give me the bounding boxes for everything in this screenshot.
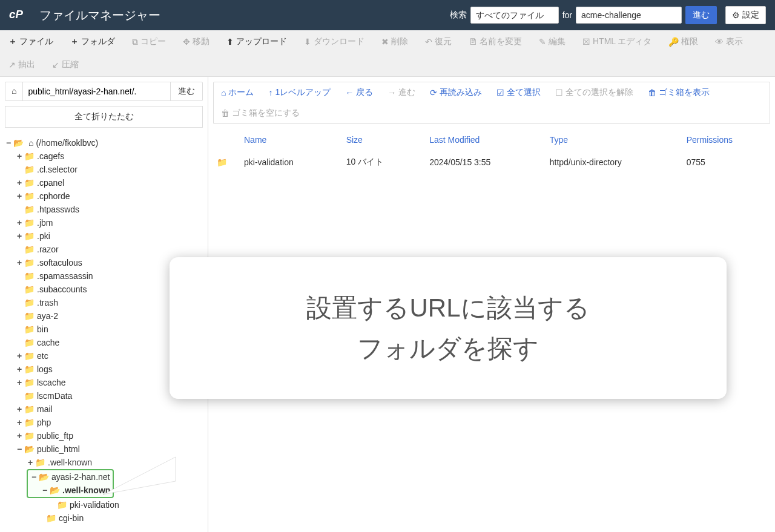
- search-go-button[interactable]: 進む: [685, 6, 717, 24]
- tree-expand-icon[interactable]: +: [16, 416, 23, 429]
- back-arrow-icon: ←: [345, 88, 354, 97]
- tree-folder[interactable]: 📁lscmData: [16, 389, 203, 402]
- tree-folder-well-known-selected[interactable]: −📂.well-known: [41, 484, 110, 497]
- action-forward[interactable]: →進む: [380, 82, 423, 103]
- rename-button[interactable]: 🖹名前を変更: [460, 30, 530, 53]
- action-back[interactable]: ←戻る: [338, 82, 380, 103]
- tree-folder[interactable]: 📁cgi-bin: [38, 511, 203, 525]
- tree-folder[interactable]: +📁.pki: [16, 229, 203, 243]
- col-type[interactable]: Type: [541, 129, 678, 151]
- tree-folder[interactable]: +📁.softaculous: [16, 256, 203, 269]
- tree-folder[interactable]: 📁.spamassassin: [16, 269, 203, 283]
- toolbar-item-label: ダウンロード: [314, 36, 364, 47]
- action-home[interactable]: ⌂ホーム: [214, 82, 261, 103]
- pencil-icon: ✎: [539, 37, 546, 47]
- tree-expand-icon[interactable]: +: [16, 349, 23, 363]
- tree-collapse-icon[interactable]: −: [16, 442, 23, 456]
- tree-folder[interactable]: +📁mail: [16, 402, 203, 416]
- tree-folder-label: .pki: [37, 231, 50, 241]
- extract-button[interactable]: ↗抽出: [0, 53, 44, 76]
- col-permissions[interactable]: Permissions: [678, 129, 775, 151]
- settings-button[interactable]: ⚙ 設定: [725, 6, 766, 24]
- table-row[interactable]: 📁pki-validation10 バイト2024/05/15 3:55http…: [208, 151, 775, 174]
- tree-folder[interactable]: +📁.jbm: [16, 216, 203, 229]
- edit-button[interactable]: ✎編集: [530, 30, 574, 53]
- upload-icon: ⬆: [226, 37, 234, 47]
- tree-folder-public-html[interactable]: −📂public_html: [16, 442, 203, 456]
- tree-folder[interactable]: +📁.cpanel: [16, 176, 203, 189]
- col-name[interactable]: Name: [236, 129, 338, 151]
- tree-expand-icon[interactable]: +: [27, 456, 34, 469]
- settings-label: 設定: [742, 10, 759, 21]
- action-reload[interactable]: ⟳再読み込み: [423, 82, 489, 103]
- tree-folder[interactable]: +📁.well-known: [27, 456, 203, 469]
- tree-folder[interactable]: +📁lscache: [16, 376, 203, 389]
- compress-button[interactable]: ↙圧縮: [44, 53, 87, 76]
- path-input[interactable]: [23, 82, 170, 100]
- toolbar-item-label: 権限: [681, 36, 698, 47]
- tree-folder[interactable]: 📁aya-2: [16, 309, 203, 323]
- tree-folder[interactable]: 📁.cl.selector: [16, 163, 203, 176]
- download-button[interactable]: ⬇ダウンロード: [295, 30, 373, 53]
- tree-folder[interactable]: 📁.razor: [16, 243, 203, 256]
- permissions-button[interactable]: 🔑権限: [660, 30, 707, 53]
- tree-folder[interactable]: 📁cache: [16, 336, 203, 349]
- upload-button[interactable]: ⬆アップロード: [218, 30, 295, 53]
- tree-folder[interactable]: +📁logs: [16, 363, 203, 376]
- tree-expand-icon[interactable]: +: [16, 376, 23, 389]
- tree-folder[interactable]: +📁.cagefs: [16, 149, 203, 163]
- tree-expand-icon[interactable]: +: [16, 429, 23, 442]
- action-up-level[interactable]: ↑1レベルアップ: [261, 82, 338, 103]
- action-label: 全ての選択を解除: [566, 87, 633, 98]
- action-select-all[interactable]: ☑全て選択: [489, 82, 548, 103]
- tree-folder-ayasi[interactable]: −📂ayasi-2-han.net: [30, 470, 110, 484]
- col-last-modified[interactable]: Last Modified: [421, 129, 541, 151]
- html-editor-button[interactable]: ☒HTML エディタ: [574, 30, 660, 53]
- tree-folder[interactable]: 📁.subaccounts: [16, 283, 203, 296]
- tree-expand-icon[interactable]: +: [16, 149, 23, 163]
- new-file-button[interactable]: ＋ファイル: [0, 30, 62, 53]
- view-button[interactable]: 👁表示: [707, 30, 751, 53]
- tree-collapse-icon[interactable]: −: [30, 470, 38, 484]
- action-unselect-all[interactable]: ☐全ての選択を解除: [548, 82, 641, 103]
- search-input[interactable]: [576, 7, 682, 24]
- action-label: 戻る: [356, 87, 373, 98]
- path-go-button[interactable]: 進む: [170, 82, 202, 100]
- action-view-trash[interactable]: 🗑ゴミ箱を表示: [641, 82, 717, 103]
- tree-folder[interactable]: +📁php: [16, 416, 203, 429]
- restore-button[interactable]: ↶復元: [417, 30, 460, 53]
- delete-button[interactable]: ✖削除: [373, 30, 417, 53]
- tree-folder[interactable]: +📁public_ftp: [16, 429, 203, 442]
- tree-expand-icon[interactable]: +: [16, 363, 23, 376]
- folder-icon: 📁: [24, 284, 35, 294]
- tree-folder[interactable]: +📁.cphorde: [16, 189, 203, 203]
- folder-icon: 📁: [46, 513, 56, 523]
- tree-root[interactable]: −📂⌂(/home/fkoklbvc): [5, 136, 203, 149]
- new-folder-button[interactable]: ＋フォルダ: [62, 30, 124, 53]
- action-empty-trash[interactable]: 🗑ゴミ箱を空にする: [214, 103, 307, 123]
- tree-folder[interactable]: 📁pki-validation: [48, 498, 203, 511]
- reload-icon: ⟳: [430, 88, 437, 97]
- tree-folder[interactable]: 📁.trash: [16, 296, 203, 309]
- home-icon: ⌂: [221, 88, 226, 97]
- collapse-all-button[interactable]: 全て折りたたむ: [5, 106, 203, 128]
- col-size[interactable]: Size: [338, 129, 421, 151]
- gear-icon: ⚙: [732, 10, 740, 20]
- tree-expand-icon[interactable]: +: [16, 189, 23, 203]
- search-scope-select[interactable]: すべてのファイル: [470, 7, 559, 24]
- tree-folder[interactable]: 📁bin: [16, 323, 203, 336]
- tree-expand-icon[interactable]: +: [16, 402, 23, 416]
- tree-collapse-icon[interactable]: −: [5, 136, 12, 149]
- tree-folder[interactable]: 📁.htpasswds: [16, 203, 203, 216]
- path-home-button[interactable]: ⌂: [5, 82, 23, 100]
- tree-expand-icon[interactable]: +: [16, 229, 23, 243]
- tree-expand-icon[interactable]: +: [16, 176, 23, 189]
- copy-button[interactable]: ⧉コピー: [124, 30, 174, 53]
- cp-logo-icon: cP: [9, 7, 33, 24]
- folder-tree: −📂⌂(/home/fkoklbvc) +📁.cagefs 📁.cl.selec…: [0, 133, 208, 532]
- tree-folder[interactable]: +📁etc: [16, 349, 203, 363]
- tree-collapse-icon[interactable]: −: [41, 484, 48, 497]
- move-button[interactable]: ✥移動: [174, 30, 218, 53]
- tree-expand-icon[interactable]: +: [16, 256, 23, 269]
- tree-expand-icon[interactable]: +: [16, 216, 23, 229]
